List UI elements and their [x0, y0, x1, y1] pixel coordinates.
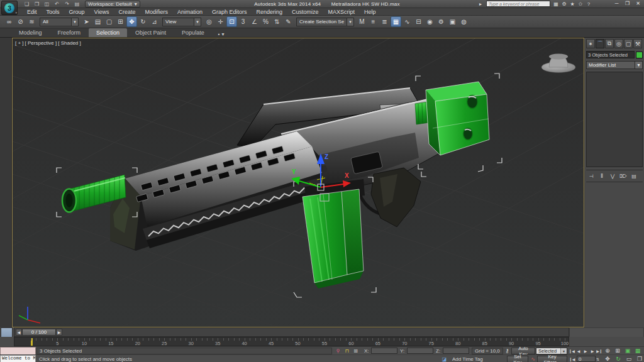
- tab-display[interactable]: ▢: [624, 39, 633, 48]
- render-setup-button[interactable]: ⚙: [436, 16, 447, 27]
- modifier-stack[interactable]: [586, 72, 643, 167]
- go-to-start-button[interactable]: ❙◀: [569, 347, 575, 354]
- communication-center-icon[interactable]: ⚙: [560, 1, 568, 8]
- select-and-rotate-button[interactable]: ↻: [138, 16, 148, 27]
- selection-filter-dropdown[interactable]: All ▾: [40, 18, 79, 26]
- viewport-pov-menu[interactable]: [ Perspective ]: [25, 40, 57, 46]
- menu-group[interactable]: Group: [65, 9, 89, 15]
- restore-button[interactable]: ❐: [623, 0, 632, 7]
- add-time-tag[interactable]: Add Time Tag: [450, 356, 489, 362]
- next-frame-arrow[interactable]: ▶: [56, 329, 62, 336]
- angle-snap-toggle[interactable]: ∠: [249, 16, 260, 27]
- tab-motion[interactable]: ◎: [614, 39, 623, 48]
- layer-manager-button[interactable]: ≣: [379, 16, 390, 27]
- tab-modify[interactable]: ⌒: [596, 39, 604, 48]
- rendered-frame-window-button[interactable]: ▣: [447, 16, 458, 27]
- project-folder-button[interactable]: ▤: [73, 1, 81, 8]
- perspective-viewport[interactable]: [ + ] [ Perspective ] [ Shaded ]: [12, 38, 584, 327]
- ribbon-tab-selection[interactable]: Selection: [89, 28, 127, 37]
- reference-coordinate-dropdown[interactable]: View ▾: [162, 18, 201, 26]
- isolate-selection-toggle[interactable]: ⚲: [334, 347, 342, 354]
- workspace-dropdown[interactable]: Workspace: Default ▾: [85, 1, 140, 8]
- undo-button[interactable]: ↶: [53, 1, 61, 8]
- edit-named-selection-sets-button[interactable]: ✎: [283, 16, 294, 27]
- tab-hierarchy[interactable]: ⧉: [605, 39, 614, 48]
- help-icon[interactable]: ?: [585, 1, 592, 8]
- graphite-modeling-tools-toggle[interactable]: ▦: [391, 16, 401, 27]
- tab-create[interactable]: ✶: [586, 39, 595, 48]
- align-button[interactable]: ≡: [368, 16, 379, 27]
- zoom-extents-button[interactable]: ▣: [623, 347, 633, 354]
- select-and-link-button[interactable]: ∞: [4, 16, 14, 27]
- y-coordinate-field[interactable]: [407, 348, 433, 354]
- close-button[interactable]: ✕: [633, 0, 643, 7]
- unlink-selection-button[interactable]: ⊘: [15, 16, 26, 27]
- pan-view-button[interactable]: ✥: [602, 355, 613, 362]
- tab-utilities[interactable]: ⚒: [633, 39, 642, 48]
- render-production-button[interactable]: ◍: [458, 16, 469, 27]
- orbit-button[interactable]: ↻: [613, 355, 623, 362]
- menu-graph-editors[interactable]: Graph Editors: [208, 9, 252, 15]
- menu-help[interactable]: Help: [360, 9, 380, 15]
- search-input[interactable]: [486, 1, 550, 7]
- key-filter-curve-icon[interactable]: ∿: [529, 355, 537, 362]
- time-slider-track[interactable]: ◀ 0 / 100 ▶: [14, 327, 569, 337]
- next-frame-button[interactable]: ▶: [589, 347, 596, 354]
- ribbon-minimize-button[interactable]: ▪ ▾: [218, 31, 225, 37]
- named-selection-sets-dropdown[interactable]: Create Selection Se ▾: [296, 18, 354, 26]
- select-by-name-button[interactable]: ▤: [92, 16, 103, 27]
- viewport-general-menu[interactable]: [ + ]: [15, 40, 24, 46]
- select-and-manipulate-button[interactable]: ✛: [215, 16, 226, 27]
- ribbon-tab-modeling[interactable]: Modeling: [11, 28, 50, 37]
- current-frame-field[interactable]: 0: [577, 356, 596, 362]
- selection-lock-toggle[interactable]: ⊓: [343, 347, 351, 354]
- curve-editor-button[interactable]: ∿: [402, 16, 413, 27]
- object-name-field[interactable]: 3 Objects Selected: [586, 51, 635, 58]
- schematic-view-button[interactable]: ⊟: [413, 16, 424, 27]
- key-filters-button[interactable]: Key Filters...: [537, 356, 567, 362]
- viewport-canvas[interactable]: Z Y X: [13, 38, 584, 327]
- ribbon-tab-object-paint[interactable]: Object Paint: [128, 28, 174, 37]
- select-and-move-button[interactable]: ✥: [126, 16, 137, 27]
- ribbon-tab-freeform[interactable]: Freeform: [50, 28, 89, 37]
- frame-spinner[interactable]: ⇅: [595, 355, 601, 362]
- x-coordinate-field[interactable]: [371, 348, 397, 354]
- favorites-icon[interactable]: ★: [569, 1, 576, 8]
- menu-modifiers[interactable]: Modifiers: [140, 9, 172, 15]
- track-bar-ruler[interactable]: 5101520253035404550556065707580859095100: [14, 337, 569, 346]
- previous-frame-button[interactable]: ◀: [575, 347, 582, 354]
- rectangular-selection-region-button[interactable]: ▢: [104, 16, 114, 27]
- absolute-relative-coordinate-toggle[interactable]: ⊞: [352, 347, 360, 354]
- previous-frame-arrow[interactable]: ◀: [16, 329, 22, 336]
- menu-tools[interactable]: Tools: [42, 9, 64, 15]
- play-button[interactable]: ▶: [582, 347, 589, 354]
- configure-modifier-sets-button[interactable]: ▤: [629, 172, 639, 180]
- save-file-button[interactable]: ◫: [43, 1, 51, 8]
- snaps-toggle[interactable]: ⊡: [226, 16, 237, 27]
- select-and-scale-button[interactable]: ⊿: [149, 16, 160, 27]
- menu-create[interactable]: Create: [114, 9, 140, 15]
- select-object-button[interactable]: ➤: [81, 16, 92, 27]
- maximize-viewport-toggle[interactable]: ❐: [635, 355, 644, 362]
- menu-maxscript[interactable]: MAXScript: [324, 9, 360, 15]
- maxscript-mini-listener[interactable]: Welcome to M: [0, 355, 36, 362]
- menu-customize[interactable]: Customize: [287, 9, 323, 15]
- sign-in-icon[interactable]: ✩: [577, 1, 584, 8]
- go-to-start-button-2[interactable]: ❙◀: [568, 355, 576, 362]
- material-editor-button[interactable]: ◉: [425, 16, 435, 27]
- subscription-icon[interactable]: ▦: [552, 1, 560, 8]
- modifier-list-dropdown[interactable]: Modifier List ▾: [586, 61, 643, 69]
- time-tag-icon[interactable]: ◪: [440, 355, 448, 362]
- percent-snap-toggle[interactable]: %: [260, 16, 271, 27]
- zoom-all-button[interactable]: ⊞: [613, 347, 623, 354]
- menu-views[interactable]: Views: [90, 9, 114, 15]
- set-key-button[interactable]: Set Key: [507, 356, 528, 362]
- zoom-region-button[interactable]: ▭: [624, 355, 634, 362]
- viewport-shading-menu[interactable]: [ Shaded ]: [58, 40, 80, 46]
- menu-animation[interactable]: Animation: [173, 9, 207, 15]
- object-color-swatch[interactable]: [636, 52, 643, 58]
- menu-rendering[interactable]: Rendering: [252, 9, 287, 15]
- mirror-button[interactable]: M: [357, 16, 367, 27]
- zoom-button[interactable]: ⊕: [602, 347, 613, 354]
- redo-button[interactable]: ↷: [63, 1, 71, 8]
